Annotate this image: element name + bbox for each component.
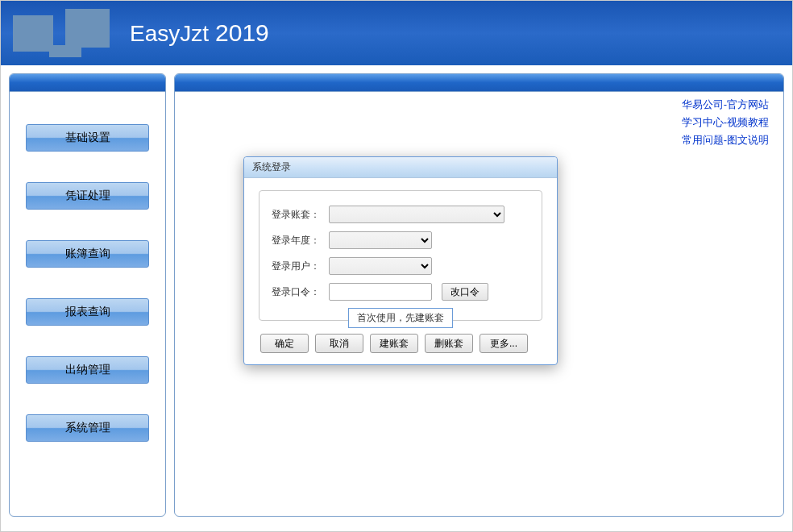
sidebar-item-voucher[interactable]: 凭证处理 xyxy=(26,182,149,210)
sidebar-item-label: 基础设置 xyxy=(65,131,110,145)
select-year[interactable] xyxy=(329,231,432,249)
link-faq[interactable]: 常用问题-图文说明 xyxy=(682,131,769,149)
app-title: EasyJzt 2019 xyxy=(130,19,269,47)
label-account: 登录账套： xyxy=(272,208,324,222)
sidebar-item-label: 报表查询 xyxy=(65,305,110,319)
sidebar-item-system[interactable]: 系统管理 xyxy=(26,414,149,442)
link-official-site[interactable]: 华易公司-官方网站 xyxy=(682,96,769,114)
main-header xyxy=(175,74,783,92)
first-use-hint: 首次使用，先建账套 xyxy=(348,308,453,328)
dialog-title: 系统登录 xyxy=(244,157,557,178)
sidebar-item-label: 出纳管理 xyxy=(65,363,110,377)
change-password-button[interactable]: 改口令 xyxy=(442,283,488,301)
cancel-button[interactable]: 取消 xyxy=(315,334,363,353)
delete-account-button[interactable]: 删账套 xyxy=(425,334,473,353)
app-name: EasyJzt xyxy=(130,21,209,47)
app-header: EasyJzt 2019 xyxy=(1,1,792,65)
app-logo xyxy=(9,5,122,61)
select-account[interactable] xyxy=(329,206,504,223)
login-form: 登录账套： 登录年度： 登录用户： xyxy=(259,190,542,321)
content-area: 基础设置 凭证处理 账簿查询 报表查询 出纳管理 系统管理 xyxy=(1,65,792,525)
more-button[interactable]: 更多... xyxy=(480,334,528,353)
help-links: 华易公司-官方网站 学习中心-视频教程 常用问题-图文说明 xyxy=(682,96,769,149)
sidebar-panel: 基础设置 凭证处理 账簿查询 报表查询 出纳管理 系统管理 xyxy=(9,73,166,517)
sidebar-item-basic-settings[interactable]: 基础设置 xyxy=(26,124,149,152)
select-user[interactable] xyxy=(329,257,432,275)
create-account-button[interactable]: 建账套 xyxy=(370,334,418,353)
sidebar-item-report[interactable]: 报表查询 xyxy=(26,298,149,326)
sidebar-item-ledger[interactable]: 账簿查询 xyxy=(26,240,149,268)
link-tutorial[interactable]: 学习中心-视频教程 xyxy=(682,114,769,131)
label-user: 登录用户： xyxy=(272,260,324,273)
label-year: 登录年度： xyxy=(272,234,324,247)
sidebar-item-label: 凭证处理 xyxy=(65,189,110,203)
sidebar-item-cashier[interactable]: 出纳管理 xyxy=(26,356,149,384)
sidebar-item-label: 账簿查询 xyxy=(65,247,110,261)
sidebar-header xyxy=(10,74,165,92)
sidebar-item-label: 系统管理 xyxy=(65,421,110,435)
main-panel: 华易公司-官方网站 学习中心-视频教程 常用问题-图文说明 系统登录 登录账套： xyxy=(174,73,784,517)
input-password[interactable] xyxy=(329,283,432,301)
label-password: 登录口令： xyxy=(272,285,324,299)
ok-button[interactable]: 确定 xyxy=(260,334,309,353)
app-year: 2019 xyxy=(215,19,269,47)
login-dialog: 系统登录 登录账套： 登录年度： xyxy=(243,156,558,365)
